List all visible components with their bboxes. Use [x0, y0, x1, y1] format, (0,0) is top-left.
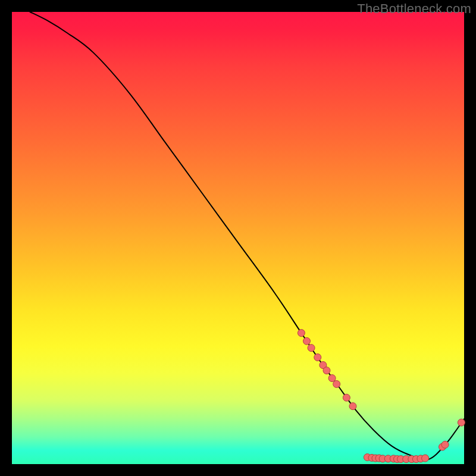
- chart-svg: [12, 12, 464, 464]
- data-point: [303, 337, 311, 345]
- data-point: [441, 441, 449, 448]
- curve-path: [30, 12, 464, 460]
- data-point: [349, 403, 356, 410]
- data-point: [298, 330, 305, 337]
- data-point: [323, 367, 330, 374]
- data-point: [343, 394, 350, 401]
- data-point: [308, 345, 315, 352]
- chart-container: TheBottleneck.com: [0, 0, 476, 476]
- watermark-text: TheBottleneck.com: [357, 1, 471, 17]
- plot-area: [12, 12, 464, 464]
- data-point: [328, 375, 336, 382]
- data-point: [314, 354, 321, 361]
- data-point: [333, 381, 340, 388]
- data-point: [422, 455, 429, 462]
- data-points-group: [298, 330, 465, 463]
- data-point: [458, 419, 465, 426]
